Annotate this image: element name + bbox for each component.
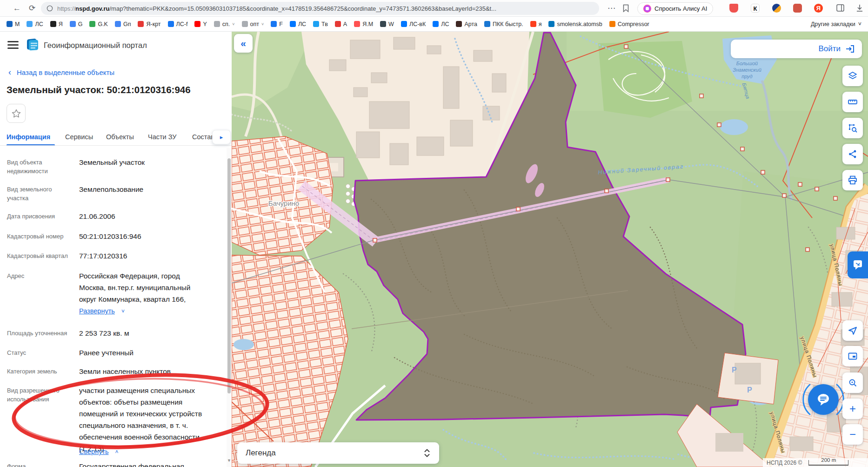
tab-services[interactable]: Сервисы: [65, 133, 93, 141]
map-canvas[interactable]: Бачурино Большой Знаменский пруд Бятца: [232, 32, 868, 467]
layers-button[interactable]: [842, 66, 863, 86]
bookmark-favicon: [242, 21, 248, 27]
bookmark-favicon: [27, 21, 33, 27]
extension-yandex-icon[interactable]: Я: [814, 4, 823, 13]
zoom-in-button[interactable]: +: [842, 399, 863, 419]
ruler-button[interactable]: [842, 92, 863, 112]
bookmark-item[interactable]: M: [7, 21, 20, 27]
chevron-left-icon: ‹: [8, 68, 11, 77]
bookmark-favicon: [380, 21, 386, 27]
bookmark-favicon: [433, 21, 439, 27]
bookmark-item[interactable]: smolensk.atomsb: [548, 21, 602, 27]
bookmark-item[interactable]: ЛС-f: [168, 21, 188, 27]
bookmark-item[interactable]: я: [530, 21, 542, 27]
bookmark-item[interactable]: G.K: [89, 21, 108, 27]
collapse-link[interactable]: Свернуть˄: [79, 448, 119, 455]
plus-icon: +: [849, 402, 856, 415]
expand-link[interactable]: Развернуть˅: [79, 307, 125, 315]
mini-map-button[interactable]: [842, 346, 863, 366]
bookmark-item[interactable]: W: [380, 21, 394, 27]
bookmark-favicon: [609, 21, 615, 27]
favorite-button[interactable]: [7, 104, 26, 123]
print-button[interactable]: [842, 170, 863, 190]
bookmark-favicon: [313, 21, 319, 27]
bookmark-item[interactable]: G: [70, 21, 83, 27]
bookmark-icon[interactable]: [622, 4, 629, 13]
tab-objects[interactable]: Объекты: [106, 133, 134, 141]
tab-information[interactable]: Информация: [7, 133, 50, 141]
bookmark-item[interactable]: ЛС-вК: [401, 21, 426, 27]
side-panel-icon[interactable]: [836, 4, 845, 12]
tab-composition[interactable]: Состав: [192, 133, 214, 141]
ask-alice-button[interactable]: Спросить Алису AI: [637, 2, 713, 15]
bookmark-item[interactable]: ЛС: [27, 21, 43, 27]
bookmark-item[interactable]: Тв: [313, 21, 328, 27]
my-location-button[interactable]: [842, 320, 863, 341]
downloads-icon[interactable]: [856, 4, 863, 12]
extension-shield-icon[interactable]: [729, 4, 738, 13]
bookmark-item[interactable]: ЛС: [290, 21, 306, 27]
menu-icon[interactable]: [7, 41, 19, 49]
picture-in-picture-icon: [848, 351, 858, 361]
bookmark-item[interactable]: Я: [50, 21, 63, 27]
address-bar[interactable]: https://nspd.gov.ru/map?thematic=PKK&zoo…: [41, 2, 599, 15]
url-text[interactable]: https://nspd.gov.ru/map?thematic=PKK&zoo…: [57, 5, 496, 12]
feedback-tab-button[interactable]: [848, 251, 868, 278]
zoom-out-button[interactable]: −: [842, 424, 863, 445]
chat-button[interactable]: [808, 384, 839, 415]
unfold-icon: [423, 448, 431, 458]
bookmark-item[interactable]: опт ˅: [242, 21, 264, 27]
bookmark-favicon: [271, 21, 277, 27]
scale-bar: 200 m: [808, 460, 848, 466]
extension-kinopoisk-icon[interactable]: К: [751, 4, 760, 13]
search-on-map-button[interactable]: [842, 372, 863, 393]
legend-bar[interactable]: Легенда: [237, 442, 439, 464]
bookmark-item[interactable]: ПКК быстр.: [484, 21, 523, 27]
row-label: Статус: [7, 348, 68, 357]
back-to-selected-link[interactable]: ‹Назад в выделенные объекты: [8, 68, 114, 77]
reload-icon[interactable]: ⟳: [29, 0, 35, 17]
tabs-scroll-arrow-button[interactable]: ▸: [212, 130, 231, 144]
tab-parts[interactable]: Части ЗУ: [148, 133, 177, 141]
bookmark-favicon: [89, 21, 95, 27]
bookmark-item[interactable]: Арта: [456, 21, 477, 27]
layers-icon: [848, 71, 858, 81]
row-label: Вид объекта недвижимости: [7, 158, 68, 176]
site-info-icon[interactable]: [47, 5, 53, 12]
measure-area-button[interactable]: [842, 118, 863, 138]
bookmark-item[interactable]: Я-крт: [138, 21, 160, 27]
extension-circle-icon[interactable]: [772, 4, 781, 13]
bookmark-favicon: [138, 21, 144, 27]
row-label: Дата присвоения: [7, 212, 68, 221]
bookmark-item[interactable]: Я.М: [354, 21, 373, 27]
bookmark-item[interactable]: Gп: [115, 21, 131, 27]
bookmark-item[interactable]: Y: [194, 21, 207, 27]
row-value: Государственная федеральная: [79, 460, 208, 467]
scrollbar-down-arrow[interactable]: ▼: [227, 458, 232, 463]
back-icon[interactable]: ←: [13, 0, 21, 17]
bookmark-item[interactable]: сп. ˅: [214, 21, 235, 27]
row-value: Ранее учтенный: [79, 347, 208, 359]
other-bookmarks-button[interactable]: Другие закладки˅: [811, 21, 861, 27]
portal-logo-icon: [26, 38, 40, 52]
collapse-panel-button[interactable]: «: [234, 34, 253, 53]
parcel-title: Земельный участок: 50:21:0120316:946: [7, 84, 191, 95]
map-attribution: НСПД 2026 © 200 m: [763, 458, 868, 467]
town-label: Бачурино: [268, 199, 299, 207]
login-icon: [845, 44, 855, 54]
bookmark-favicon: [401, 21, 407, 27]
more-icon[interactable]: ⋯: [608, 0, 615, 17]
login-button[interactable]: Войти: [731, 40, 862, 58]
bookmark-item[interactable]: F: [271, 21, 283, 27]
bookmark-favicon: [530, 21, 536, 27]
bookmark-item[interactable]: Compressor: [609, 21, 649, 27]
row-value: участки размещения специальных объектов:…: [79, 385, 208, 454]
pond-label: Знаменский: [733, 67, 761, 73]
bookmark-favicon: [548, 21, 554, 27]
panel-scrollbar-thumb[interactable]: [227, 158, 231, 393]
bookmark-item[interactable]: А: [335, 21, 347, 27]
share-button[interactable]: [842, 144, 863, 164]
bookmark-favicon: [115, 21, 121, 27]
bookmark-item[interactable]: ЛС: [433, 21, 449, 27]
extension-pencil-icon[interactable]: [793, 4, 802, 13]
